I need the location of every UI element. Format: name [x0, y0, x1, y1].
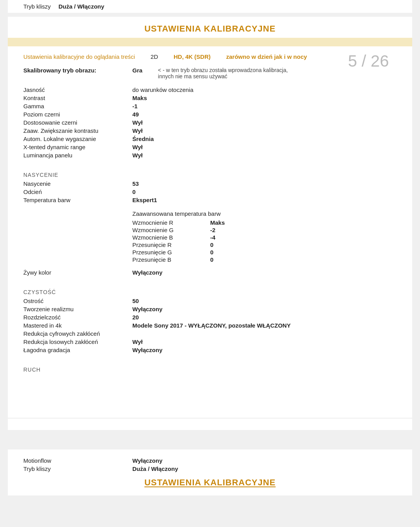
rozdzielczosc-val: 20 [132, 314, 397, 321]
gamma-key: Gamma [23, 103, 132, 109]
divider [8, 418, 412, 418]
subheader-label: Ustawienia kalibracyjne do oglądania tre… [23, 53, 135, 60]
motionflow-row: Motionflow Wyłączony [23, 457, 397, 464]
nasycenie-header: NASYCENIE [23, 172, 397, 178]
tworzenie-val: Wyłączony [132, 306, 397, 312]
motionflow-key: Motionflow [23, 457, 132, 464]
tryb-kliszy-bottom-val: Duża / Włączony [132, 465, 397, 472]
wzmocnienie-r-val: Maks [210, 219, 225, 226]
przesuniecie-r-val: 0 [210, 241, 213, 248]
tworzenie-key: Tworzenie realizmu [23, 306, 132, 312]
wzmocnienie-r-row: Wzmocnienie R Maks [132, 219, 397, 226]
rozdzielczosc-row: Rozdzielczość 20 [23, 314, 397, 321]
mastered-row: Mastered in 4k Modele Sony 2017 - WYŁĄCZ… [23, 322, 397, 329]
redukcja-cyf-key: Redukcja cyfrowych zakłóceń [23, 330, 132, 337]
subheader-val3: zarówno w dzień jak i w nocy [226, 53, 307, 60]
zywy-kolor-val: Wyłączony [132, 269, 397, 276]
przesuniecie-r-row: Przesunięcie R 0 [132, 241, 397, 248]
zaaw-temp-block: Zaawansowana temperatura barw Wzmocnieni… [132, 210, 397, 263]
xtented-row: X-tented dynamic range Wył [23, 144, 397, 150]
wzmocnienie-r-key: Wzmocnienie R [132, 219, 210, 226]
bottom-rows: Motionflow Wyłączony Tryb kliszy Duża / … [23, 457, 397, 472]
mastered-key: Mastered in 4k [23, 322, 132, 329]
nasycenie-key: Nasycenie [23, 180, 132, 187]
autom-row: Autom. Lokalne wygaszanie Średnia [23, 136, 397, 142]
skalibrowany-value: Gra [132, 67, 142, 74]
nasycenie-val: 53 [132, 180, 397, 187]
temp-barw-key: Temperatura barw [23, 197, 132, 203]
dostosowanie-czerni-val: Wył [132, 119, 397, 126]
tworzenie-row: Tworzenie realizmu Wyłączony [23, 306, 397, 312]
przesuniecie-b-row: Przesunięcie B 0 [132, 256, 397, 263]
nasycenie-row: Nasycenie 53 [23, 180, 397, 187]
xtented-val: Wył [132, 144, 397, 150]
odcien-key: Odcień [23, 189, 132, 195]
przesuniecie-g-row: Przesunięcie G 0 [132, 249, 397, 256]
tryb-kliszy-top-value: Duża / Włączony [58, 3, 104, 10]
content-area: 5 / 26 Ustawienia kalibracyjne do ogląda… [8, 53, 412, 406]
main-title: USTAWIENIA KALIBRACYJNE [8, 17, 412, 38]
przesuniecie-g-val: 0 [210, 249, 213, 256]
czystosc-list: Ostrość 50 Tworzenie realizmu Wyłączony … [23, 298, 397, 353]
autom-key: Autom. Lokalne wygaszanie [23, 136, 132, 142]
mastered-val: Modele Sony 2017 - WYŁĄCZONY, pozostałe … [132, 322, 397, 329]
main-card: USTAWIENIA KALIBRACYJNE 5 / 26 Ustawieni… [8, 17, 412, 430]
wzmocnienie-b-key: Wzmocnienie B [132, 234, 210, 241]
zaaw-key: Zaaw. Zwiększanie kontrastu [23, 127, 132, 134]
skalibrowany-note: < - w ten tryb obrazu została wprowadzon… [158, 67, 298, 79]
tryb-kliszy-top-label: Tryb kliszy [23, 3, 51, 10]
redukcja-los-val: Wył [132, 338, 397, 345]
bottom-section: Motionflow Wyłączony Tryb kliszy Duża / … [8, 449, 412, 495]
motionflow-val: Wyłączony [132, 457, 397, 464]
yellow-bar [8, 38, 412, 46]
subheader-val1: 2D [151, 53, 158, 60]
przesuniecie-r-key: Przesunięcie R [132, 241, 210, 248]
temp-barw-val: Ekspert1 [132, 197, 397, 203]
wzmocnienie-b-row: Wzmocnienie B -4 [132, 234, 397, 241]
temp-barw-row: Temperatura barw Ekspert1 [23, 197, 397, 203]
wzmocnienie-g-val: -2 [210, 227, 215, 233]
wzmocnienie-g-row: Wzmocnienie G -2 [132, 227, 397, 233]
jasnosc-key: Jasność [23, 86, 132, 93]
zaaw-val: Wył [132, 127, 397, 134]
settings-list: Jasność do warunków otoczenia Kontrast M… [23, 86, 397, 159]
gap [0, 430, 420, 442]
skalibrowany-row: Skalibrowany tryb obrazu: Gra < - w ten … [23, 67, 397, 79]
poziom-czerni-key: Poziom czerni [23, 111, 132, 118]
redukcja-los-key: Redukcja losowych zakłóceń [23, 338, 132, 345]
kontrast-row: Kontrast Maks [23, 95, 397, 101]
poziom-czerni-val: 49 [132, 111, 397, 118]
tryb-kliszy-bottom-row: Tryb kliszy Duża / Włączony [23, 465, 397, 472]
subheader-val2: HD, 4K (SDR) [174, 53, 211, 60]
zaaw-temp-label: Zaawansowana temperatura barw [132, 210, 397, 217]
xtented-key: X-tented dynamic range [23, 144, 132, 150]
luminancja-key: Luminancja panelu [23, 152, 132, 159]
tryb-kliszy-bottom-key: Tryb kliszy [23, 465, 132, 472]
ostrosc-val: 50 [132, 298, 397, 304]
gamma-row: Gamma -1 [23, 103, 397, 109]
page-container: Tryb kliszy Duża / Włączony USTAWIENIA K… [0, 0, 420, 527]
przesuniecie-b-val: 0 [210, 256, 213, 263]
lagodna-key: Łagodna gradacja [23, 347, 132, 353]
ruch-header: RUCH [23, 367, 397, 373]
zywy-kolor-row: Żywy kolor Wyłączony [23, 269, 397, 276]
temp-sub-table: Wzmocnienie R Maks Wzmocnienie G -2 Wzmo… [132, 219, 397, 263]
luminancja-row: Luminancja panelu Wył [23, 152, 397, 159]
header-line: Ustawienia kalibracyjne do oglądania tre… [23, 53, 397, 60]
wzmocnienie-g-key: Wzmocnienie G [132, 227, 210, 233]
przesuniecie-b-key: Przesunięcie B [132, 256, 210, 263]
poziom-czerni-row: Poziom czerni 49 [23, 111, 397, 118]
lagodna-val: Wyłączony [132, 347, 397, 353]
top-bar: Tryb kliszy Duża / Włączony [8, 0, 412, 13]
zywy-kolor-key: Żywy kolor [23, 269, 132, 276]
skalibrowany-key: Skalibrowany tryb obrazu: [23, 67, 132, 74]
wzmocnienie-b-val: -4 [210, 234, 215, 241]
lagodna-row: Łagodna gradacja Wyłączony [23, 347, 397, 353]
luminancja-val: Wył [132, 152, 397, 159]
jasnosc-row: Jasność do warunków otoczenia [23, 86, 397, 93]
dostosowanie-czerni-key: Dostosowanie czerni [23, 119, 132, 126]
czystosc-header: CZYSTOŚĆ [23, 289, 397, 295]
redukcja-los-row: Redukcja losowych zakłóceń Wył [23, 338, 397, 345]
rozdzielczosc-key: Rozdzielczość [23, 314, 132, 321]
bottom-title: USTAWIENIA KALIBRACYJNE [23, 474, 397, 488]
